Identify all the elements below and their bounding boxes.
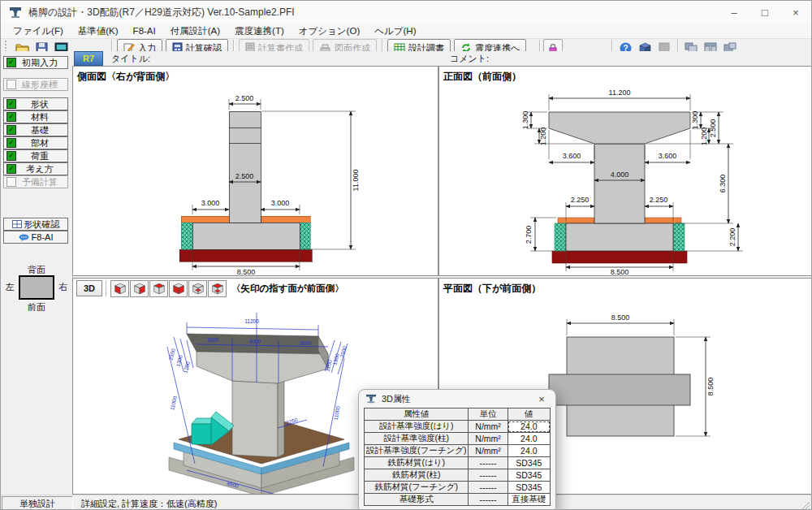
three-d-button[interactable]: 3D [76, 280, 102, 296]
checked-checkbox-icon: ✓ [6, 58, 16, 67]
sidebar-item-label: 初期入力 [19, 57, 61, 69]
pier-icon [365, 394, 377, 404]
dialog-close-icon[interactable]: × [534, 393, 549, 405]
menu-standards[interactable]: 基準値(K) [71, 25, 126, 37]
menu-file[interactable]: ファイル(F) [6, 25, 71, 37]
checked-checkbox-icon: ✓ [6, 125, 16, 135]
column-shape [594, 144, 645, 223]
col-value: 値 [508, 408, 550, 421]
title-bar: 橋脚の設計・3D配筋(R7／H29道示対応) Ver.10-Sample2.PF… [1, 1, 811, 24]
dialog-title: 3D属性 [382, 393, 411, 405]
view-cube-top-button[interactable] [188, 280, 207, 297]
menu-attached-design[interactable]: 付属設計(A) [163, 25, 227, 37]
sidebar-item-policy[interactable]: ✓ 考え方 [3, 162, 68, 175]
shape-check-button[interactable]: 形状確認 [3, 218, 68, 231]
checked-checkbox-icon: ✓ [6, 151, 16, 161]
svg-text:11.200: 11.200 [609, 89, 631, 97]
footing-shape [192, 223, 300, 249]
svg-text:11200: 11200 [244, 318, 259, 324]
resize-grip[interactable] [799, 499, 810, 510]
svg-text:2.250: 2.250 [650, 196, 668, 204]
backfill-hatch-right [673, 223, 685, 251]
sidebar-item-label: 材料 [19, 111, 61, 123]
menu-seismic-link[interactable]: 震度連携(T) [227, 25, 292, 37]
svg-text:6.300: 6.300 [719, 175, 727, 193]
view-cube-left-button[interactable] [149, 280, 168, 297]
svg-text:2.500: 2.500 [235, 172, 254, 180]
ground-layer-left [558, 218, 594, 223]
backfill-hatch-right [300, 223, 310, 249]
view-cube-right-button[interactable] [130, 280, 149, 297]
svg-text:11000: 11000 [333, 405, 341, 421]
table-row[interactable]: 設計基準強度(はり) N/mm² 24.0 [365, 421, 551, 433]
svg-text:8.500: 8.500 [611, 268, 629, 275]
chat-bubble-icon [19, 234, 29, 241]
column-shape [229, 111, 261, 223]
svg-text:3600: 3600 [300, 340, 312, 346]
sidebar-item-label: 基礎 [19, 124, 61, 136]
minimize-button[interactable]: – [719, 1, 749, 24]
svg-text:1.300: 1.300 [691, 111, 699, 130]
orientation-back-label: 背面 [1, 264, 72, 276]
view-cube-bottom-button[interactable] [208, 280, 227, 297]
svg-text:2.250: 2.250 [571, 196, 590, 204]
sidebar-item-foundation[interactable]: ✓ 基礎 [3, 123, 68, 136]
sidebar-item-material[interactable]: ✓ 材料 [3, 110, 68, 123]
maximize-button[interactable]: □ [749, 1, 780, 24]
sidebar-item-load[interactable]: ✓ 荷重 [3, 149, 68, 162]
dialog-title-bar[interactable]: 3D属性 × [359, 390, 555, 408]
menu-f8ai[interactable]: F8-AI [126, 26, 163, 36]
view-cube-back-button[interactable] [169, 280, 188, 297]
menu-help[interactable]: ヘルプ(H) [367, 25, 423, 37]
grid-window-icon [12, 220, 22, 228]
table-row[interactable]: 鉄筋材質(はり) ------ SD345 [365, 457, 551, 469]
checked-checkbox-icon: ✓ [6, 138, 16, 148]
sidebar-item-initial-input[interactable]: ✓ 初期入力 [3, 56, 68, 69]
toolbar-separator [106, 280, 106, 296]
sidebar-item-label: 荷重 [19, 150, 61, 162]
sidebar-item-shape[interactable]: ✓ 形状 [3, 97, 68, 110]
orientation-front-label: 前面 [1, 301, 72, 313]
f8ai-button[interactable]: F8-AI [3, 231, 68, 244]
checked-checkbox-icon: ✓ [6, 99, 16, 109]
unchecked-checkbox-icon [6, 80, 16, 89]
checked-checkbox-icon: ✓ [6, 112, 16, 122]
front-view-title: 正面図（前面側） [443, 70, 521, 84]
table-row[interactable]: 設計基準強度(フーチング) N/mm² 24.0 [365, 445, 551, 457]
footing-shape [566, 223, 673, 251]
app-window: 橋脚の設計・3D配筋(R7／H29道示対応) Ver.10-Sample2.PF… [0, 0, 812, 510]
svg-text:8.500: 8.500 [706, 378, 715, 396]
table-row[interactable]: 設計基準強度(柱) N/mm² 24.0 [365, 433, 551, 445]
svg-text:1300: 1300 [175, 354, 184, 367]
table-row[interactable]: 鉄筋材質(柱) ------ SD345 [365, 469, 551, 482]
table-row[interactable]: 基礎形式 ------ 直接基礎 [365, 494, 551, 506]
table-row[interactable]: 鉄筋材質(フーチング) ------ SD345 [365, 482, 551, 494]
backfill-hatch-left [181, 223, 192, 249]
col-attribute: 属性値 [365, 408, 469, 421]
front-view-panel: 正面図（前面側） 11.200 1.300 1. [438, 66, 812, 276]
svg-text:2500: 2500 [339, 345, 348, 358]
sidebar-item-label: 考え方 [19, 163, 61, 175]
sidebar-item-label: 部材 [19, 137, 61, 149]
menu-options[interactable]: オプション(O) [292, 25, 367, 37]
title-field-label: タイトル: [111, 53, 150, 65]
svg-text:3.600: 3.600 [563, 152, 581, 160]
window-title: 橋脚の設計・3D配筋(R7／H29道示対応) Ver.10-Sample2.PF… [28, 6, 295, 19]
sidebar-item-member[interactable]: ✓ 部材 [3, 136, 68, 149]
beam-front-3d [197, 352, 328, 383]
design-mode-indicator: 単独設計 [2, 496, 73, 510]
view-cube-front-button[interactable] [110, 280, 129, 297]
close-button[interactable]: × [780, 1, 811, 24]
svg-text:2.500: 2.500 [709, 119, 717, 138]
checked-checkbox-icon: ✓ [6, 164, 16, 174]
svg-text:1200: 1200 [182, 361, 191, 374]
attributes-table: 属性値 単位 値 設計基準強度(はり) N/mm² 24.0 設計基準強度(柱)… [364, 408, 551, 506]
side-view-title: 側面図〈右が背面側〉 [77, 70, 175, 84]
svg-text:3.600: 3.600 [659, 152, 677, 160]
svg-text:1.200: 1.200 [700, 128, 708, 146]
plan-view-title: 平面図（下が前面側） [443, 282, 541, 296]
sidebar-item-label: 予備計算 [19, 176, 61, 188]
svg-text:2.200: 2.200 [728, 228, 736, 247]
column-3d [232, 381, 278, 457]
sidebar: ✓ 初期入力 線形座標 ✓ 形状 ✓ 材料 ✓ 基礎 ✓ 部材 ✓ 荷重 ✓ [1, 51, 73, 495]
